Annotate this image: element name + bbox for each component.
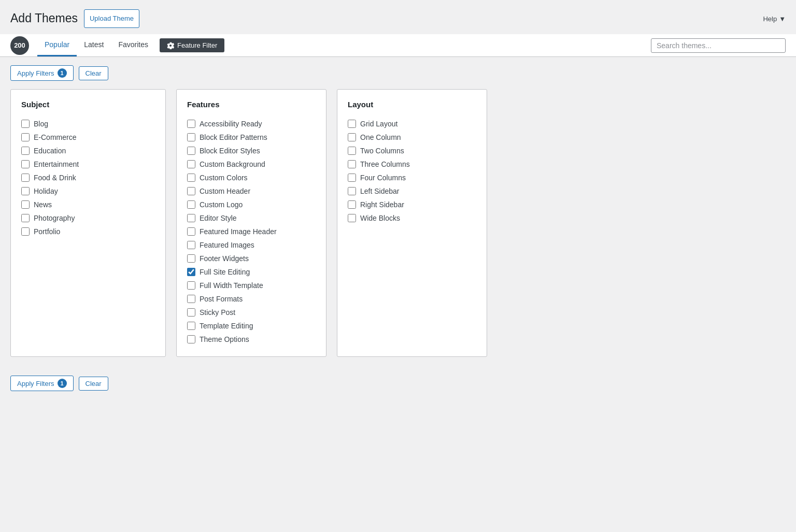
features-item-custom-colors[interactable]: Custom Colors: [187, 171, 316, 184]
clear-bottom-button[interactable]: Clear: [79, 377, 108, 391]
features-checkbox-theme-options[interactable]: [187, 335, 195, 343]
subject-checkbox-portfolio[interactable]: [21, 227, 30, 236]
features-item-custom-logo[interactable]: Custom Logo: [187, 198, 316, 211]
features-checkbox-featured-image-header[interactable]: [187, 227, 195, 236]
subject-checkbox-news[interactable]: [21, 200, 30, 209]
main-content: Add Themes Upload Theme Help ▼ 200 Popul…: [0, 0, 796, 399]
subject-item-portfolio[interactable]: Portfolio: [21, 225, 155, 238]
features-item-footer-widgets[interactable]: Footer Widgets: [187, 252, 316, 265]
layout-checkbox-four-columns[interactable]: [348, 174, 356, 182]
features-checkbox-full-site-editing[interactable]: [187, 268, 195, 276]
subject-checkbox-ecommerce[interactable]: [21, 133, 30, 141]
help-button[interactable]: Help ▼: [763, 15, 786, 23]
features-label-featured-images: Featured Images: [200, 241, 254, 249]
subject-checkbox-entertainment[interactable]: [21, 160, 30, 168]
features-item-full-site-editing[interactable]: Full Site Editing: [187, 265, 316, 279]
layout-checkbox-grid-layout[interactable]: [348, 120, 356, 128]
help-chevron-icon: ▼: [779, 15, 786, 23]
features-label-theme-options: Theme Options: [200, 335, 249, 343]
layout-item-right-sidebar[interactable]: Right Sidebar: [348, 198, 476, 211]
features-item-theme-options[interactable]: Theme Options: [187, 333, 316, 346]
subject-checkbox-food-drink[interactable]: [21, 174, 30, 182]
features-item-featured-image-header[interactable]: Featured Image Header: [187, 225, 316, 238]
features-item-block-editor-patterns[interactable]: Block Editor Patterns: [187, 131, 316, 144]
subject-item-entertainment[interactable]: Entertainment: [21, 157, 155, 171]
apply-filters-bottom-button[interactable]: Apply Filters 1: [10, 376, 74, 391]
subject-item-blog[interactable]: Blog: [21, 117, 155, 131]
page-title-area: Add Themes Upload Theme: [10, 9, 139, 28]
layout-item-four-columns[interactable]: Four Columns: [348, 171, 476, 184]
features-label-template-editing: Template Editing: [200, 322, 253, 330]
features-label-full-site-editing: Full Site Editing: [200, 268, 250, 276]
layout-checkbox-three-columns[interactable]: [348, 160, 356, 168]
features-checkbox-post-formats[interactable]: [187, 295, 195, 303]
subject-item-news[interactable]: News: [21, 198, 155, 211]
layout-item-wide-blocks[interactable]: Wide Blocks: [348, 211, 476, 225]
top-filter-actions: Apply Filters 1 Clear: [0, 57, 796, 89]
upload-theme-button[interactable]: Upload Theme: [84, 9, 139, 28]
features-item-custom-background[interactable]: Custom Background: [187, 157, 316, 171]
features-checkbox-block-editor-styles[interactable]: [187, 147, 195, 155]
features-checkbox-block-editor-patterns[interactable]: [187, 133, 195, 141]
features-checkbox-custom-logo[interactable]: [187, 200, 195, 209]
features-checkbox-accessibility-ready[interactable]: [187, 120, 195, 128]
features-item-template-editing[interactable]: Template Editing: [187, 319, 316, 333]
subject-item-photography[interactable]: Photography: [21, 211, 155, 225]
help-label: Help: [763, 15, 777, 23]
subject-checkbox-photography[interactable]: [21, 214, 30, 222]
subject-item-holiday[interactable]: Holiday: [21, 184, 155, 198]
features-item-accessibility-ready[interactable]: Accessibility Ready: [187, 117, 316, 131]
layout-checkbox-right-sidebar[interactable]: [348, 200, 356, 209]
tab-favorites[interactable]: Favorites: [111, 34, 155, 56]
features-checkbox-custom-header[interactable]: [187, 187, 195, 195]
search-input[interactable]: [651, 38, 786, 53]
features-item-editor-style[interactable]: Editor Style: [187, 211, 316, 225]
layout-checkbox-wide-blocks[interactable]: [348, 214, 356, 222]
features-checkbox-sticky-post[interactable]: [187, 308, 195, 317]
feature-filter-button[interactable]: Feature Filter: [160, 38, 224, 52]
features-checkbox-full-width-template[interactable]: [187, 281, 195, 290]
features-checkbox-template-editing[interactable]: [187, 322, 195, 330]
tab-popular[interactable]: Popular: [37, 34, 77, 56]
layout-checkbox-left-sidebar[interactable]: [348, 187, 356, 195]
filter-count-badge-top: 1: [58, 68, 67, 78]
nav-bar: 200 Popular Latest Favorites Feature Fil…: [0, 34, 796, 57]
subject-label-holiday: Holiday: [34, 187, 58, 195]
features-label-custom-colors: Custom Colors: [200, 174, 248, 182]
features-checkbox-featured-images[interactable]: [187, 241, 195, 249]
apply-filters-top-button[interactable]: Apply Filters 1: [10, 65, 74, 81]
subject-panel: Subject Blog E-Commerce Education Entert…: [10, 89, 166, 357]
subject-label-blog: Blog: [34, 120, 48, 128]
layout-item-two-columns[interactable]: Two Columns: [348, 144, 476, 157]
layout-label-right-sidebar: Right Sidebar: [360, 200, 404, 209]
gear-icon: [167, 42, 174, 49]
layout-item-left-sidebar[interactable]: Left Sidebar: [348, 184, 476, 198]
subject-item-education[interactable]: Education: [21, 144, 155, 157]
features-label-sticky-post: Sticky Post: [200, 308, 235, 317]
features-checkbox-editor-style[interactable]: [187, 214, 195, 222]
layout-label-left-sidebar: Left Sidebar: [360, 187, 400, 195]
layout-item-three-columns[interactable]: Three Columns: [348, 157, 476, 171]
features-item-post-formats[interactable]: Post Formats: [187, 292, 316, 306]
features-item-custom-header[interactable]: Custom Header: [187, 184, 316, 198]
subject-item-food-drink[interactable]: Food & Drink: [21, 171, 155, 184]
features-item-block-editor-styles[interactable]: Block Editor Styles: [187, 144, 316, 157]
layout-item-grid-layout[interactable]: Grid Layout: [348, 117, 476, 131]
features-item-featured-images[interactable]: Featured Images: [187, 238, 316, 252]
subject-item-ecommerce[interactable]: E-Commerce: [21, 131, 155, 144]
features-item-sticky-post[interactable]: Sticky Post: [187, 306, 316, 319]
features-checkbox-custom-background[interactable]: [187, 160, 195, 168]
features-item-full-width-template[interactable]: Full Width Template: [187, 279, 316, 292]
layout-checkbox-one-column[interactable]: [348, 133, 356, 141]
features-checkbox-custom-colors[interactable]: [187, 174, 195, 182]
features-checkbox-footer-widgets[interactable]: [187, 254, 195, 263]
subject-label-news: News: [34, 200, 52, 209]
clear-top-button[interactable]: Clear: [79, 66, 108, 80]
filter-count-badge-bottom: 1: [58, 379, 67, 388]
layout-item-one-column[interactable]: One Column: [348, 131, 476, 144]
layout-checkbox-two-columns[interactable]: [348, 147, 356, 155]
subject-checkbox-blog[interactable]: [21, 120, 30, 128]
subject-checkbox-education[interactable]: [21, 147, 30, 155]
subject-checkbox-holiday[interactable]: [21, 187, 30, 195]
tab-latest[interactable]: Latest: [77, 34, 111, 56]
